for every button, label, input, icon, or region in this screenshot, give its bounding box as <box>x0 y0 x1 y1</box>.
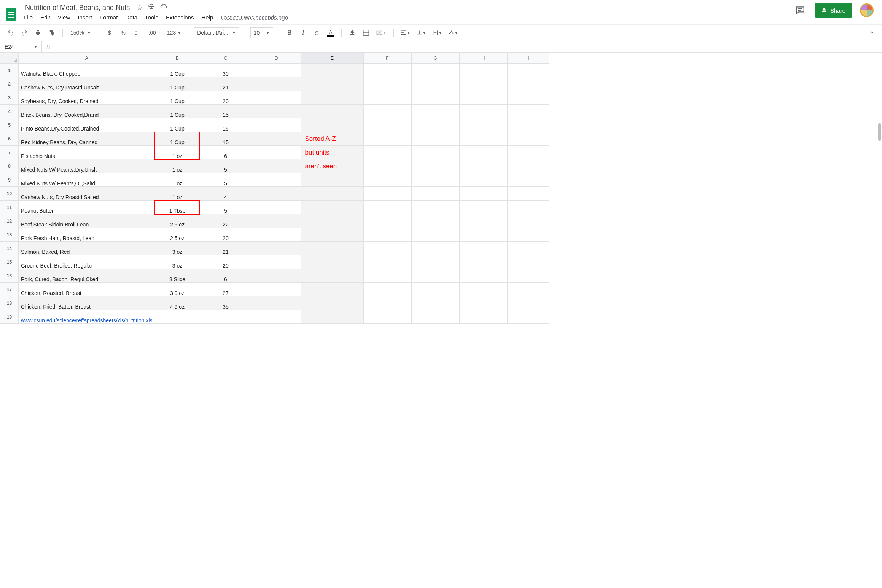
cell-G7[interactable] <box>411 146 459 159</box>
cell-F16[interactable] <box>363 269 411 283</box>
row-header-19[interactable]: 19 <box>0 310 19 324</box>
cell-H10[interactable] <box>459 187 507 201</box>
cell-E2[interactable] <box>301 77 363 91</box>
cell-F14[interactable] <box>363 242 411 255</box>
cell-B9[interactable]: 1 oz <box>155 173 200 187</box>
column-header-I[interactable]: I <box>507 53 549 64</box>
cell-C19[interactable] <box>200 310 252 324</box>
cell-A6[interactable]: Red Kidney Beans, Dry, Canned <box>19 132 155 146</box>
spreadsheet-grid[interactable]: ABCDEFGHI 1Walnuts, Black, Chopped1 Cup3… <box>0 53 882 324</box>
cell-E16[interactable] <box>301 269 363 283</box>
cell-I8[interactable] <box>507 159 549 173</box>
cell-I1[interactable] <box>507 64 549 77</box>
cell-H11[interactable] <box>459 201 507 214</box>
document-title[interactable]: Nutrition of Meat, Beans, and Nuts <box>24 3 131 13</box>
italic-icon[interactable]: I <box>298 27 309 38</box>
cell-C14[interactable]: 21 <box>200 242 252 255</box>
cell-E19[interactable] <box>301 310 363 324</box>
cell-D9[interactable] <box>252 173 301 187</box>
cell-E4[interactable] <box>301 105 363 118</box>
row-header-5[interactable]: 5 <box>0 118 19 132</box>
font-family-select[interactable]: Default (Ari... ▼ <box>194 27 239 38</box>
cell-I7[interactable] <box>507 146 549 159</box>
cell-H1[interactable] <box>459 64 507 77</box>
share-button[interactable]: Share <box>815 3 852 18</box>
column-header-H[interactable]: H <box>459 53 507 64</box>
cell-E14[interactable] <box>301 242 363 255</box>
cell-C17[interactable]: 27 <box>200 283 252 296</box>
cell-E7[interactable]: but units <box>301 146 363 159</box>
vertical-scrollbar[interactable] <box>878 123 881 141</box>
cell-C8[interactable]: 5 <box>200 159 252 173</box>
cell-F6[interactable] <box>363 132 411 146</box>
borders-select[interactable] <box>361 27 371 38</box>
cell-F5[interactable] <box>363 118 411 132</box>
cell-C15[interactable]: 20 <box>200 255 252 269</box>
strikethrough-icon[interactable]: S <box>312 27 322 38</box>
cell-E12[interactable] <box>301 214 363 228</box>
row-header-7[interactable]: 7 <box>0 146 19 159</box>
cell-B3[interactable]: 1 Cup <box>155 91 200 105</box>
star-icon[interactable]: ☆ <box>137 3 143 12</box>
cell-I5[interactable] <box>507 118 549 132</box>
print-icon[interactable] <box>33 27 43 38</box>
cell-D11[interactable] <box>252 201 301 214</box>
cell-I6[interactable] <box>507 132 549 146</box>
cell-H7[interactable] <box>459 146 507 159</box>
row-header-11[interactable]: 11 <box>0 201 19 214</box>
cell-I15[interactable] <box>507 255 549 269</box>
cell-F12[interactable] <box>363 214 411 228</box>
cell-B4[interactable]: 1 Cup <box>155 105 200 118</box>
column-header-F[interactable]: F <box>363 53 411 64</box>
cell-A2[interactable]: Cashew Nuts, Dry Roastd,Unsalt <box>19 77 155 91</box>
cell-I3[interactable] <box>507 91 549 105</box>
cell-I14[interactable] <box>507 242 549 255</box>
row-header-9[interactable]: 9 <box>0 173 19 187</box>
cell-A12[interactable]: Beef Steak,Sirloin,Broil,Lean <box>19 214 155 228</box>
cell-F3[interactable] <box>363 91 411 105</box>
name-box[interactable]: E24 ▼ <box>0 41 42 52</box>
cell-A8[interactable]: Mixed Nuts W/ Peants,Dry,Unslt <box>19 159 155 173</box>
cell-D19[interactable] <box>252 310 301 324</box>
cell-G19[interactable] <box>411 310 459 324</box>
cell-B17[interactable]: 3.0 oz <box>155 283 200 296</box>
last-edit-link[interactable]: Last edit was seconds ago <box>221 14 288 21</box>
cell-H4[interactable] <box>459 105 507 118</box>
menu-format[interactable]: Format <box>100 14 118 21</box>
format-percent-icon[interactable]: % <box>118 27 129 38</box>
cell-C3[interactable]: 20 <box>200 91 252 105</box>
cell-C16[interactable]: 6 <box>200 269 252 283</box>
cell-A9[interactable]: Mixed Nuts W/ Peants,Oil,Saltd <box>19 173 155 187</box>
cell-H16[interactable] <box>459 269 507 283</box>
cell-G10[interactable] <box>411 187 459 201</box>
cell-E15[interactable] <box>301 255 363 269</box>
cell-A16[interactable]: Pork, Cured, Bacon, Regul,Cked <box>19 269 155 283</box>
cell-F4[interactable] <box>363 105 411 118</box>
cell-C4[interactable]: 15 <box>200 105 252 118</box>
comment-history-icon[interactable] <box>793 3 807 17</box>
cell-I13[interactable] <box>507 228 549 242</box>
cell-F18[interactable] <box>363 296 411 310</box>
cell-D5[interactable] <box>252 118 301 132</box>
cell-D3[interactable] <box>252 91 301 105</box>
cell-I10[interactable] <box>507 187 549 201</box>
cell-C12[interactable]: 22 <box>200 214 252 228</box>
cell-F9[interactable] <box>363 173 411 187</box>
cell-G18[interactable] <box>411 296 459 310</box>
more-formats-select[interactable]: 123▼ <box>166 27 183 38</box>
cell-B6[interactable]: 1 Cup <box>155 132 200 146</box>
cell-D16[interactable] <box>252 269 301 283</box>
cell-H19[interactable] <box>459 310 507 324</box>
row-header-13[interactable]: 13 <box>0 228 19 242</box>
cell-D18[interactable] <box>252 296 301 310</box>
paint-format-icon[interactable] <box>46 27 57 38</box>
cell-C5[interactable]: 15 <box>200 118 252 132</box>
column-header-C[interactable]: C <box>200 53 252 64</box>
cell-A19[interactable]: www.csun.edu/science/ref/spreadsheets/xl… <box>19 310 155 324</box>
cell-G1[interactable] <box>411 64 459 77</box>
cell-G8[interactable] <box>411 159 459 173</box>
cell-D8[interactable] <box>252 159 301 173</box>
row-header-17[interactable]: 17 <box>0 283 19 296</box>
vertical-align-select[interactable]: ▼ <box>415 27 428 38</box>
cell-E9[interactable] <box>301 173 363 187</box>
